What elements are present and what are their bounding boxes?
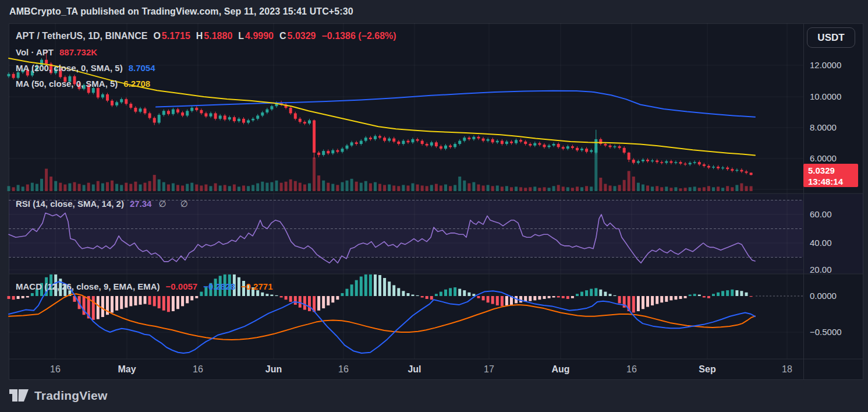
ma50-value: 6.2708 xyxy=(123,79,150,89)
price-axis-tick: 20.00 xyxy=(810,265,832,274)
time-axis-tick: 16 xyxy=(193,364,203,375)
ohlc-key: L xyxy=(238,31,244,41)
ohlc-key: C xyxy=(279,31,286,41)
attribution-text: AMBCrypto_TA published on TradingView.co… xyxy=(9,6,353,17)
last-price-value: 5.0329 xyxy=(808,165,858,176)
price-axis-tick: 60.00 xyxy=(810,210,832,219)
ma50-legend-row[interactable]: MA (50, close, 0, SMA, 5)6.2708 xyxy=(16,79,150,89)
ohlc-value: 5.0329 xyxy=(288,31,316,41)
rsi-value: 27.34 xyxy=(130,199,152,209)
time-axis-tick: Jul xyxy=(408,364,421,375)
ohlc-value: 5.1880 xyxy=(204,31,232,41)
ma200-line xyxy=(156,91,755,117)
ohlc-value: 5.1715 xyxy=(162,31,190,41)
ohlc-values: O5.1715H5.1880L4.9990C5.0329 xyxy=(147,31,316,41)
price-axis-tick: −0.5000 xyxy=(810,328,842,337)
time-axis-tick: May xyxy=(118,364,136,375)
macd-signal-value: −0.2771 xyxy=(241,281,273,291)
price-axis-tick: 10.0000 xyxy=(810,92,841,101)
ma200-value: 8.7054 xyxy=(129,63,155,73)
tradingview-published-chart: { "header": { "attribution": "AMBCrypto_… xyxy=(0,0,868,412)
time-axis-tick: 16 xyxy=(338,364,349,375)
price-axis-tick: 8.0000 xyxy=(810,123,837,132)
macd-legend-row[interactable]: MACD (12, 26, close, 9, EMA, EMA)−0.0057… xyxy=(16,281,272,291)
price-axis-tick: 40.00 xyxy=(810,238,832,248)
time-axis-tick: Sep xyxy=(699,364,715,375)
time-axis[interactable]: 16May16Jun16Jul17Aug16Sep18 xyxy=(0,359,863,380)
tradingview-logo-text: TradingView xyxy=(34,389,108,403)
ma200-legend-row[interactable]: MA (200, close, 0, SMA, 5)8.7054 xyxy=(16,63,155,73)
price-axis-tick: 0.0000 xyxy=(810,291,837,301)
tradingview-logo-icon xyxy=(9,389,29,402)
ohlc-key: H xyxy=(196,31,203,41)
ohlc-key: O xyxy=(153,31,160,41)
time-axis-tick: 16 xyxy=(50,364,61,375)
ma200-label: MA (200, close, 0, SMA, 5) xyxy=(16,63,123,73)
macd-line-value: −0.2828 xyxy=(203,281,235,291)
volume-legend-row[interactable]: Vol · APT887.732K xyxy=(16,47,97,57)
macd-hist-value: −0.0057 xyxy=(166,281,198,291)
ma50-label: MA (50, close, 0, SMA, 5) xyxy=(16,79,118,89)
chart-canvas[interactable] xyxy=(0,0,868,381)
price-axis-tick: 12.0000 xyxy=(810,61,841,70)
change-value: −0.1386 (−2.68%) xyxy=(322,31,396,41)
currency-toggle-button[interactable]: USDT xyxy=(807,27,855,48)
tradingview-logo[interactable]: TradingView xyxy=(9,389,108,403)
last-price-tag: 5.0329 13:48:14 xyxy=(803,164,858,187)
time-axis-tick: Jun xyxy=(265,364,282,375)
time-axis-tick: Aug xyxy=(551,364,569,375)
time-axis-tick: 18 xyxy=(782,364,792,375)
volume-value: 887.732K xyxy=(59,47,97,57)
volume-series xyxy=(8,147,753,191)
symbol-legend-row[interactable]: APT / TetherUS, 1D, BINANCEO5.1715H5.188… xyxy=(16,31,396,41)
symbol-title: APT / TetherUS, 1D, BINANCE xyxy=(16,31,147,41)
ohlc-value: 4.9990 xyxy=(245,31,274,41)
volume-label: Vol · APT xyxy=(16,47,54,57)
rsi-legend-row[interactable]: RSI (14, close, SMA, 14, 2)27.34∅ ∅ xyxy=(16,199,194,209)
macd-label: MACD (12, 26, close, 9, EMA, EMA) xyxy=(16,281,160,291)
time-axis-tick: 17 xyxy=(484,364,494,375)
rsi-empty-set-icons: ∅ ∅ xyxy=(158,199,193,209)
price-axis-tick: 6.0000 xyxy=(810,154,837,163)
bar-countdown: 13:48:14 xyxy=(808,176,858,187)
price-axis[interactable]: 12.000010.00008.00006.000060.0040.0020.0… xyxy=(803,23,863,380)
rsi-label: RSI (14, close, SMA, 14, 2) xyxy=(16,199,124,209)
time-axis-tick: 16 xyxy=(626,364,637,375)
